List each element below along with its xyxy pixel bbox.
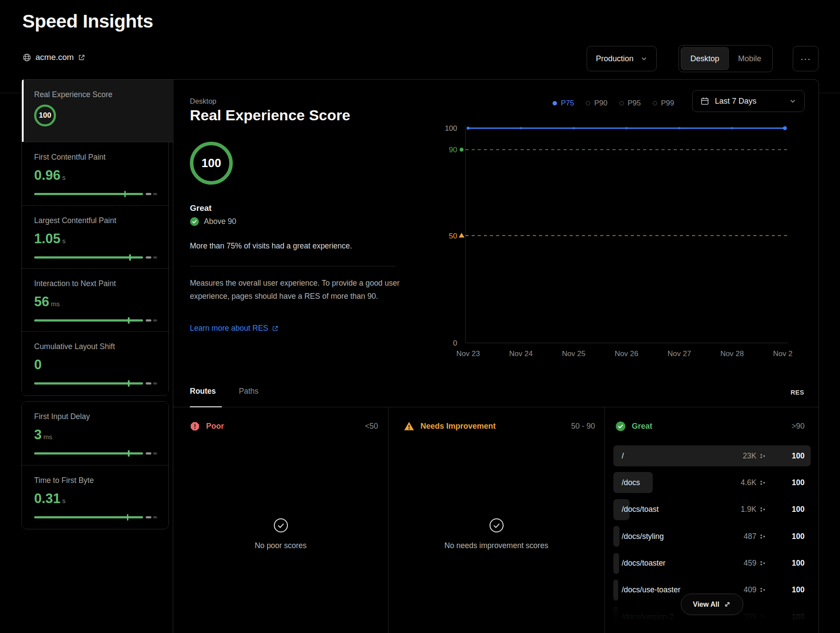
percentile-legend: P75P90P95P99 — [553, 99, 674, 108]
svg-text:0: 0 — [453, 339, 457, 347]
poor-range: <50 — [365, 422, 378, 431]
main-panel: Desktop Real Experience Score 100 Great … — [173, 79, 819, 633]
routes-paths-tabbar: Routes Paths RES — [173, 381, 819, 407]
sidebar-metric-interaction-to-next-paint[interactable]: Interaction to Next Paint56ms — [22, 268, 168, 331]
learn-more-link[interactable]: Learn more about RES — [190, 324, 279, 333]
svg-text:Nov 25: Nov 25 — [562, 350, 585, 358]
route-visits: 1.9K — [741, 505, 756, 514]
sidebar-metric-cumulative-layout-shift[interactable]: Cumulative Layout Shift0 — [22, 331, 168, 394]
metric-unit: s — [62, 174, 66, 181]
globe-icon — [22, 53, 32, 62]
metric-score-value: 100 — [39, 111, 51, 120]
device-toggle: Desktop Mobile — [679, 45, 773, 72]
poor-empty-text: No poor scores — [255, 541, 307, 550]
route-path: /docs/styling — [622, 532, 744, 541]
route-row-[interactable]: / 23K 100 — [613, 445, 811, 466]
sidebar-metric-time-to-first-byte[interactable]: Time to First Byte0.31s — [22, 465, 168, 528]
route-row-docs[interactable]: /docs 4.6K 100 — [613, 472, 811, 493]
octagon-exclamation-icon — [190, 421, 200, 431]
svg-text:Nov 23: Nov 23 — [456, 350, 480, 358]
svg-text:50: 50 — [449, 232, 457, 240]
more-options-button[interactable]: ··· — [793, 46, 819, 71]
svg-text:Nov 24: Nov 24 — [509, 350, 533, 358]
device-tab-desktop[interactable]: Desktop — [681, 47, 729, 70]
route-visits: 409 — [744, 585, 756, 595]
percentile-p95[interactable]: P95 — [620, 99, 641, 108]
poor-empty-state: No poor scores — [173, 518, 388, 550]
gauge-marker — [124, 191, 126, 197]
needs-improvement-empty-state: No needs improvement scores — [388, 518, 604, 550]
check-circle-outline-icon — [273, 518, 288, 533]
metric-label: Time to First Byte — [34, 476, 156, 485]
samples-icon — [760, 587, 766, 593]
environment-select[interactable]: Production — [587, 46, 657, 71]
metric-value: 0.96 — [34, 168, 60, 183]
sidebar-metric-real-experience-score[interactable]: Real Experience Score100 — [21, 79, 174, 142]
metric-label: First Input Delay — [34, 412, 156, 421]
metric-gauge — [34, 516, 157, 518]
route-traffic-bar — [613, 553, 619, 574]
metric-label: First Contentful Paint — [34, 153, 156, 162]
view-all-button[interactable]: View All — [681, 594, 743, 615]
great-column-header: Great >90 — [616, 415, 805, 437]
great-label: Great — [632, 422, 652, 431]
svg-text:Nov 29: Nov 29 — [773, 350, 792, 358]
route-visits: 4.6K — [741, 478, 756, 487]
route-visits: 487 — [744, 532, 756, 541]
percentile-label: P95 — [628, 99, 641, 108]
tab-paths[interactable]: Paths — [239, 387, 259, 396]
gauge-marker — [128, 450, 130, 457]
sidebar-metric-first-contentful-paint[interactable]: First Contentful Paint0.96s — [22, 142, 168, 205]
check-circle-icon — [616, 421, 626, 431]
sidebar-metrics-core: Real Experience Score100First Contentful… — [21, 79, 169, 396]
route-path: /docs/toast — [622, 505, 741, 514]
route-row-docs-styling[interactable]: /docs/styling 487 100 — [613, 526, 811, 547]
device-tab-mobile[interactable]: Mobile — [729, 47, 770, 70]
metric-gauge — [34, 256, 157, 259]
svg-text:100: 100 — [445, 124, 457, 133]
external-link-icon — [272, 325, 279, 332]
percentile-p75[interactable]: P75 — [553, 99, 574, 108]
gauge-marker — [129, 254, 131, 261]
percentile-p99[interactable]: P99 — [653, 99, 674, 108]
route-traffic-bar — [613, 606, 618, 627]
view-all-label: View All — [693, 601, 719, 609]
samples-icon — [760, 453, 766, 459]
metric-value: 56 — [34, 294, 49, 310]
sidebar-metric-first-input-delay[interactable]: First Input Delay3ms — [22, 402, 168, 465]
needs-improvement-empty-text: No needs improvement scores — [444, 541, 548, 550]
date-range-select[interactable]: Last 7 Days — [692, 90, 805, 112]
route-visits: 459 — [744, 559, 756, 568]
metric-detail-title: Real Experience Score — [190, 107, 350, 124]
metric-unit: s — [62, 497, 66, 504]
environment-label: Production — [596, 54, 634, 63]
metric-value: 3 — [34, 427, 42, 443]
check-circle-outline-icon — [489, 518, 504, 533]
date-range-label: Last 7 Days — [715, 97, 756, 106]
site-row[interactable]: acme.com — [22, 52, 85, 62]
poor-label: Poor — [206, 422, 224, 431]
sidebar-metrics-extra: First Input Delay3ms Time to First Byte0… — [21, 401, 169, 529]
route-score: 100 — [766, 559, 805, 568]
sidebar-metric-largest-contentful-paint[interactable]: Largest Contentful Paint1.05s — [22, 205, 168, 268]
metric-value: 1.05 — [34, 231, 60, 247]
metric-label: Cumulative Layout Shift — [34, 342, 156, 351]
percentile-label: P90 — [594, 99, 607, 108]
route-path: /docs — [622, 478, 741, 487]
route-score: 100 — [766, 505, 805, 514]
legend-dot-icon — [620, 101, 624, 105]
gauge-marker — [127, 514, 129, 521]
res-trend-chart: 10090500Nov 23Nov 24Nov 25Nov 26Nov 27No… — [438, 119, 792, 364]
needs-improvement-column-header: Needs Improvement 50 - 90 — [404, 415, 595, 437]
tab-routes[interactable]: Routes — [190, 387, 216, 396]
percentile-p90[interactable]: P90 — [586, 99, 607, 108]
metric-value: 0.31 — [34, 491, 60, 507]
metric-gauge — [34, 452, 157, 455]
svg-text:Nov 26: Nov 26 — [615, 350, 638, 358]
legend-dot-icon — [653, 101, 657, 105]
route-row-docs-toast[interactable]: /docs/toast 1.9K 100 — [613, 499, 811, 520]
route-score: 100 — [766, 478, 805, 487]
column-divider — [604, 407, 605, 633]
route-row-docs-toaster[interactable]: /docs/toaster 459 100 — [613, 553, 811, 574]
expand-icon — [724, 601, 731, 608]
